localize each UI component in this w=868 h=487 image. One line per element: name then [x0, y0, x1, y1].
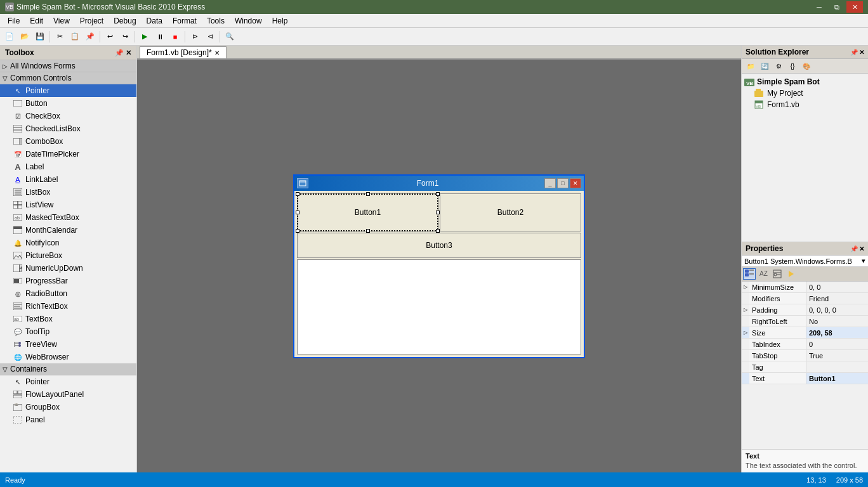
prop-expand-size[interactable]: ▷: [742, 327, 749, 338]
prop-expand-minimumsize[interactable]: ▷: [742, 282, 749, 292]
menu-edit[interactable]: Edit: [25, 14, 48, 27]
open-btn[interactable]: 📂: [18, 30, 32, 44]
prop-pin-icon[interactable]: 📌: [850, 245, 858, 252]
stop-btn[interactable]: ■: [168, 30, 182, 44]
toolbox-item-richtextbox[interactable]: RichTextBox: [0, 300, 136, 313]
prop-close-icon[interactable]: ✕: [859, 245, 864, 252]
toolbox-item-checkedlistbox[interactable]: CheckedListBox: [0, 122, 136, 135]
nav-btn1[interactable]: ⊳: [188, 30, 202, 44]
menu-format[interactable]: Format: [168, 14, 202, 27]
toolbox-item-numericupdown[interactable]: ▲▼ NumericUpDown: [0, 262, 136, 275]
handle-tl[interactable]: [296, 192, 299, 196]
sol-show-all-btn[interactable]: 📁: [744, 60, 757, 72]
prop-value-tabstop[interactable]: True: [806, 350, 868, 361]
redo-btn[interactable]: ↪: [118, 30, 132, 44]
toolbox-item-container-pointer[interactable]: ↖ Pointer: [0, 375, 136, 388]
prop-alphabetical-btn[interactable]: AZ: [757, 268, 770, 280]
prop-value-righttoleft[interactable]: No: [806, 316, 868, 327]
toolbox-item-tooltip[interactable]: 💬 ToolTip: [0, 325, 136, 338]
handle-ml[interactable]: [296, 211, 299, 214]
toolbox-close-icon[interactable]: ✕: [126, 49, 131, 57]
toolbox-item-flowlayoutpanel[interactable]: FlowLayoutPanel: [0, 388, 136, 401]
form-close-btn[interactable]: ✕: [570, 178, 581, 188]
prop-value-size[interactable]: 209, 58: [806, 327, 868, 338]
nav-btn2[interactable]: ⊲: [203, 30, 217, 44]
toolbox-item-combobox[interactable]: ComboBox: [0, 135, 136, 148]
prop-value-minimumsize[interactable]: 0, 0: [806, 282, 868, 292]
toolbox-item-treeview[interactable]: TreeView: [0, 338, 136, 351]
toolbox-item-pointer[interactable]: ↖ Pointer: [0, 84, 136, 97]
prop-value-modifiers[interactable]: Friend: [806, 293, 868, 304]
toolbox-item-listview[interactable]: ListView: [0, 198, 136, 211]
handle-tm[interactable]: [366, 192, 370, 196]
menu-window[interactable]: Window: [230, 14, 267, 27]
toolbox-item-progressbar[interactable]: ProgressBar: [0, 275, 136, 287]
save-btn[interactable]: 💾: [33, 30, 47, 44]
toolbox-item-notifyicon[interactable]: 🔔 NotifyIcon: [0, 237, 136, 249]
property-object-selector[interactable]: Button1 System.Windows.Forms.B ▾: [742, 256, 868, 267]
prop-value-padding[interactable]: 0, 0, 0, 0: [806, 304, 868, 315]
menu-project[interactable]: Project: [75, 14, 109, 27]
pause-btn[interactable]: ⏸: [153, 30, 167, 44]
menu-debug[interactable]: Debug: [109, 14, 141, 27]
sol-view-code-btn[interactable]: {}: [786, 60, 799, 72]
section-containers[interactable]: ▽ Containers: [0, 363, 136, 375]
form-designer-canvas[interactable]: Form1 _ □ ✕ Button1: [137, 60, 741, 472]
close-button[interactable]: ✕: [846, 1, 863, 13]
minimize-button[interactable]: ─: [811, 1, 827, 13]
menu-help[interactable]: Help: [267, 14, 293, 27]
toolbox-item-picturebox[interactable]: PictureBox: [0, 249, 136, 262]
search-btn[interactable]: 🔍: [223, 30, 237, 44]
button3[interactable]: Button3: [297, 233, 581, 258]
toolbox-item-monthcalendar[interactable]: MonthCalendar: [0, 224, 136, 237]
tab-close-icon[interactable]: ✕: [214, 49, 220, 56]
sol-item-myproject[interactable]: My Project: [744, 88, 865, 99]
toolbox-item-webbrowser[interactable]: 🌐 WebBrowser: [0, 351, 136, 363]
form-textbox[interactable]: [297, 259, 581, 354]
restore-button[interactable]: ⧉: [829, 1, 845, 13]
prop-expand-padding[interactable]: ▷: [742, 304, 749, 315]
form-restore-btn[interactable]: □: [557, 178, 569, 188]
toolbox-item-panel[interactable]: Panel: [0, 413, 136, 426]
menu-data[interactable]: Data: [141, 14, 168, 27]
sol-designer-btn[interactable]: 🎨: [800, 60, 813, 72]
prop-object-dropdown-icon[interactable]: ▾: [862, 257, 865, 265]
toolbox-item-datetimepicker[interactable]: 📅 DateTimePicker: [0, 148, 136, 160]
section-common-controls[interactable]: ▽ Common Controls: [0, 72, 136, 84]
sol-refresh-btn[interactable]: 🔄: [758, 60, 771, 72]
toolbox-item-listbox[interactable]: ListBox: [0, 186, 136, 198]
prop-value-tabindex[interactable]: 0: [806, 339, 868, 349]
toolbox-item-checkbox[interactable]: ☑ CheckBox: [0, 110, 136, 122]
button1[interactable]: Button1: [297, 193, 438, 231]
toolbox-item-label[interactable]: A Label: [0, 160, 136, 173]
paste-btn[interactable]: 📌: [83, 30, 97, 44]
toolbox-item-groupbox[interactable]: ab GroupBox: [0, 401, 136, 413]
form-minimize-btn[interactable]: _: [544, 178, 556, 188]
sol-pin-icon[interactable]: 📌: [850, 49, 858, 56]
button2[interactable]: Button2: [440, 193, 581, 231]
prop-properties-btn[interactable]: [771, 268, 784, 280]
toolbox-item-button[interactable]: Button: [0, 97, 136, 110]
tab-form1-design[interactable]: Form1.vb [Design]* ✕: [140, 46, 227, 58]
sol-properties-btn[interactable]: ⚙: [772, 60, 785, 72]
sol-item-form1[interactable]: VB Form1.vb: [744, 99, 865, 110]
section-all-windows-forms[interactable]: ▷ All Windows Forms: [0, 60, 136, 72]
undo-btn[interactable]: ↩: [103, 30, 117, 44]
prop-events-btn[interactable]: [785, 268, 798, 280]
cut-btn[interactable]: ✂: [53, 30, 67, 44]
menu-tools[interactable]: Tools: [202, 14, 230, 27]
new-project-btn[interactable]: 📄: [3, 30, 16, 44]
prop-value-text[interactable]: Button1: [806, 373, 868, 384]
prop-value-tag[interactable]: [806, 361, 868, 372]
sol-close-icon[interactable]: ✕: [859, 49, 864, 56]
sol-item-root[interactable]: VB Simple Spam Bot: [744, 76, 865, 88]
toolbox-item-radiobutton[interactable]: ◎ RadioButton: [0, 287, 136, 300]
toolbox-item-maskedtextbox[interactable]: ab MaskedTextBox: [0, 211, 136, 224]
prop-categorized-btn[interactable]: [743, 268, 756, 280]
start-btn[interactable]: ▶: [138, 30, 152, 44]
menu-file[interactable]: File: [3, 14, 25, 27]
toolbox-pin-icon[interactable]: 📌: [115, 49, 124, 57]
menu-view[interactable]: View: [48, 14, 75, 27]
copy-btn[interactable]: 📋: [68, 30, 82, 44]
toolbox-item-textbox[interactable]: ab TextBox: [0, 313, 136, 325]
